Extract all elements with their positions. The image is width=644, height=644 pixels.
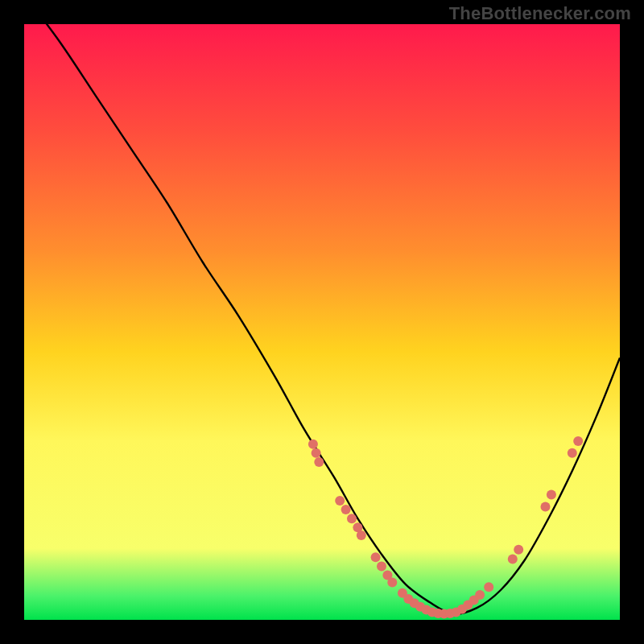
data-marker [484, 582, 493, 592]
data-marker [335, 496, 345, 506]
attribution-text: TheBottlenecker.com [449, 3, 631, 24]
data-marker [357, 530, 366, 540]
data-marker [347, 514, 357, 523]
data-marker [475, 590, 485, 600]
data-marker [312, 448, 321, 458]
data-marker [573, 436, 583, 446]
bottleneck-curve [24, 24, 620, 614]
data-marker [387, 577, 397, 587]
data-marker [377, 561, 386, 571]
data-markers [308, 436, 583, 619]
data-marker [568, 448, 577, 458]
data-marker [547, 490, 556, 500]
data-marker [508, 555, 518, 564]
data-marker [314, 457, 324, 467]
data-marker [308, 440, 318, 449]
data-marker [514, 545, 523, 555]
data-marker [341, 505, 351, 514]
data-marker [371, 552, 381, 562]
curve-overlay [24, 24, 620, 620]
chart-container: TheBottlenecker.com [0, 0, 644, 644]
data-marker [541, 502, 551, 511]
